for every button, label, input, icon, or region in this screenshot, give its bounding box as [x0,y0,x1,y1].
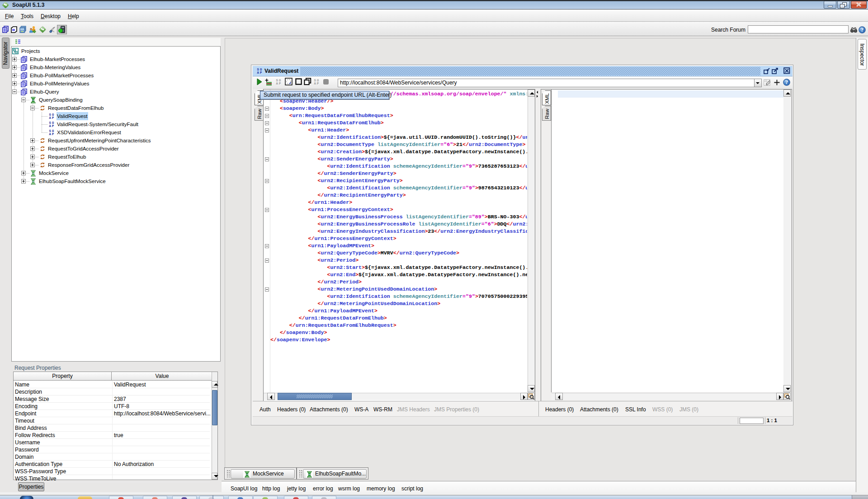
svg-text:?: ? [861,27,863,33]
svg-text:AP: AP [276,82,281,85]
svg-text:AP: AP [257,71,262,74]
svg-text:?: ? [785,80,788,85]
svg-text:AP: AP [314,82,319,85]
svg-text:AP: AP [49,124,54,127]
svg-text:AP: AP [49,132,54,136]
svg-text:AP: AP [49,116,54,119]
